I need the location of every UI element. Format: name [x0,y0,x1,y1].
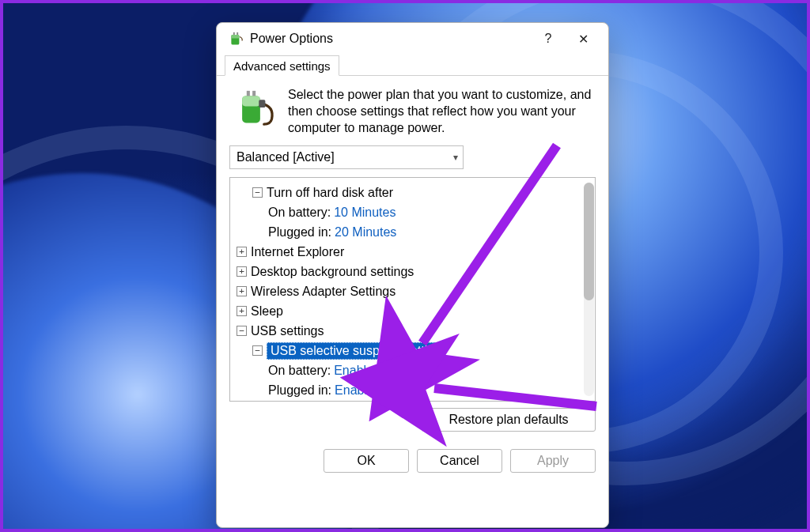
chevron-down-icon: ▾ [453,152,458,163]
cancel-button[interactable]: Cancel [417,449,502,473]
expand-icon[interactable] [237,266,247,277]
tree-item-hard-disk-on-battery[interactable]: On battery: 10 Minutes [237,202,582,222]
help-button[interactable]: ? [531,26,566,51]
tree-item-desktop-background[interactable]: Desktop background settings [237,262,582,281]
selected-tree-label: USB selective suspend setting [267,342,445,360]
power-options-dialog: Power Options ? ✕ Advanced settings [216,22,609,528]
svg-rect-5 [242,96,260,106]
tree-item-usb-selective-suspend[interactable]: USB selective suspend setting [237,341,582,360]
intro-text: Select the power plan that you want to c… [288,87,592,136]
titlebar: Power Options ? ✕ [217,23,608,55]
svg-rect-8 [259,100,265,108]
svg-rect-1 [231,35,239,38]
help-icon: ? [545,32,552,46]
close-icon: ✕ [578,32,589,47]
expand-icon[interactable] [237,286,247,296]
tree-item-internet-explorer[interactable]: Internet Explorer [237,242,582,262]
tree-scrollbar[interactable] [584,183,594,396]
tab-strip: Advanced settings [217,55,608,76]
settings-tree: Turn off hard disk after On battery: 10 … [229,177,596,402]
tree-item-intel-graphics[interactable]: Intel(R) Graphics Settings [237,400,582,401]
tree-item-hard-disk-plugged-in[interactable]: Plugged in: 20 Minutes [237,222,582,242]
svg-rect-7 [252,91,255,96]
svg-rect-6 [247,91,250,96]
restore-plan-defaults-button[interactable]: Restore plan defaults [422,408,596,432]
ok-button[interactable]: OK [324,449,409,473]
tree-item-usb-ss-plugged-in[interactable]: Plugged in: Enabled [237,380,582,400]
power-options-icon [228,31,244,47]
tree-item-sleep[interactable]: Sleep [237,301,582,321]
tree-item-wireless-adapter[interactable]: Wireless Adapter Settings [237,281,582,301]
power-plan-select[interactable]: Balanced [Active] ▾ [229,145,464,169]
battery-plug-icon [236,87,277,128]
apply-button[interactable]: Apply [510,449,596,473]
collapse-icon[interactable] [252,345,263,356]
expand-icon[interactable] [237,306,247,316]
svg-rect-3 [237,32,238,35]
svg-rect-2 [233,32,235,35]
expand-icon[interactable] [237,247,247,257]
tree-item-usb-settings[interactable]: USB settings [237,321,582,341]
tree-item-hard-disk[interactable]: Turn off hard disk after [237,183,582,202]
window-title: Power Options [250,32,531,46]
collapse-icon[interactable] [252,187,263,198]
power-plan-selected: Balanced [Active] [237,150,335,164]
close-button[interactable]: ✕ [566,26,600,51]
tab-advanced-settings[interactable]: Advanced settings [225,55,339,76]
collapse-icon[interactable] [237,326,247,336]
scroll-thumb[interactable] [584,183,594,300]
tree-item-usb-ss-on-battery[interactable]: On battery: Enabled [237,360,582,380]
